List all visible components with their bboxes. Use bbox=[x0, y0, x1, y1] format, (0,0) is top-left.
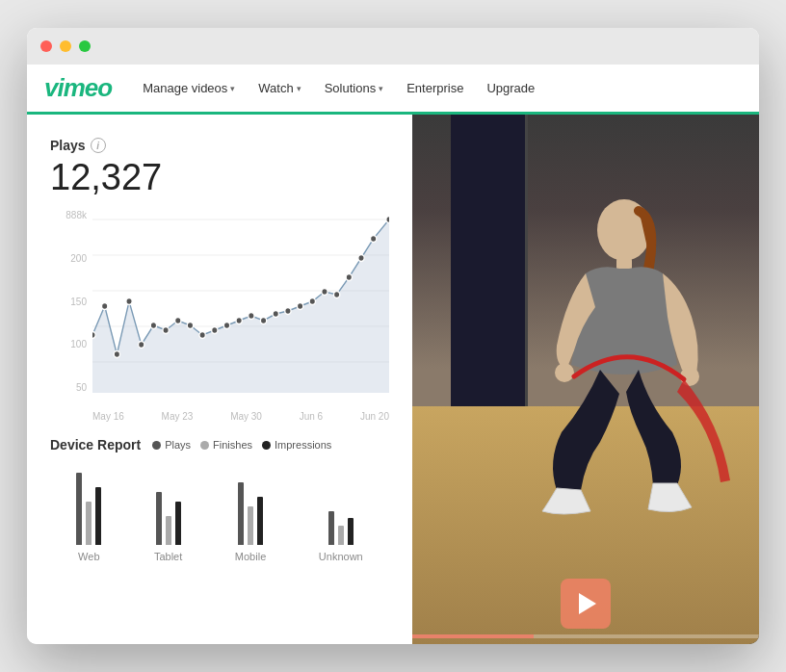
y-label-200: 200 bbox=[50, 253, 87, 264]
plays-count: 12,327 bbox=[50, 157, 389, 198]
legend-finishes: Finishes bbox=[200, 439, 252, 451]
chart-x-axis: May 16 May 23 May 30 Jun 6 Jun 20 bbox=[92, 397, 389, 422]
svg-point-19 bbox=[260, 318, 266, 324]
svg-point-9 bbox=[139, 342, 144, 349]
bar-group-tablet-bars bbox=[156, 468, 181, 545]
svg-point-11 bbox=[163, 327, 169, 334]
bar-group-unknown: Unknown bbox=[319, 468, 363, 562]
bar-tablet-impressions bbox=[175, 502, 181, 545]
x-label-jun6: Jun 6 bbox=[300, 411, 323, 422]
y-label-150: 150 bbox=[50, 297, 87, 307]
title-bar bbox=[27, 28, 759, 65]
device-report-section: Device Report Plays Finishes Impressi bbox=[50, 437, 389, 562]
line-chart bbox=[92, 210, 389, 393]
play-button[interactable] bbox=[561, 579, 611, 629]
maximize-button[interactable] bbox=[79, 40, 91, 52]
svg-point-17 bbox=[236, 318, 242, 324]
nav-watch[interactable]: Watch ▾ bbox=[258, 81, 301, 95]
svg-point-20 bbox=[273, 311, 278, 318]
svg-point-24 bbox=[322, 289, 328, 296]
nav-enterprise[interactable]: Enterprise bbox=[406, 81, 463, 95]
legend-finishes-label: Finishes bbox=[213, 439, 252, 451]
chevron-down-icon: ▾ bbox=[230, 84, 235, 93]
legend-items: Plays Finishes Impressions bbox=[152, 439, 331, 451]
bar-charts: Web Tablet bbox=[50, 466, 389, 562]
video-progress-bar[interactable] bbox=[412, 634, 759, 638]
svg-point-13 bbox=[187, 323, 193, 329]
chevron-down-icon: ▾ bbox=[297, 84, 301, 93]
svg-point-28 bbox=[371, 236, 377, 243]
svg-point-15 bbox=[212, 327, 218, 334]
x-label-jun20: Jun 20 bbox=[360, 411, 389, 422]
browser-window: vimeo Manage videos ▾ Watch ▾ Solutions … bbox=[27, 28, 759, 644]
legend-plays-label: Plays bbox=[165, 439, 191, 451]
bar-mobile-plays bbox=[238, 482, 244, 545]
y-label-50: 50 bbox=[50, 382, 87, 393]
svg-point-16 bbox=[223, 323, 229, 329]
bar-unknown-plays bbox=[328, 511, 334, 545]
legend-plays-dot bbox=[152, 441, 161, 450]
bar-tablet-plays bbox=[156, 492, 162, 545]
svg-point-14 bbox=[199, 332, 205, 339]
svg-point-27 bbox=[358, 255, 364, 262]
chart-area: 888k 200 150 100 50 bbox=[50, 210, 389, 422]
chevron-down-icon: ▾ bbox=[379, 84, 383, 93]
bar-mobile-finishes bbox=[248, 506, 253, 545]
minimize-button[interactable] bbox=[60, 40, 71, 52]
content-area: Plays i 12,327 888k 200 150 100 50 bbox=[27, 115, 759, 644]
svg-point-25 bbox=[333, 292, 339, 298]
x-label-may16: May 16 bbox=[92, 411, 124, 422]
svg-point-23 bbox=[309, 298, 315, 305]
video-progress-fill bbox=[412, 634, 534, 638]
analytics-panel: Plays i 12,327 888k 200 150 100 50 bbox=[27, 115, 412, 644]
svg-point-7 bbox=[114, 351, 119, 358]
bar-web-impressions bbox=[95, 487, 101, 545]
svg-point-21 bbox=[285, 308, 291, 315]
bar-label-mobile: Mobile bbox=[235, 551, 266, 562]
nav-upgrade[interactable]: Upgrade bbox=[486, 81, 535, 95]
legend-impressions-dot bbox=[262, 441, 271, 450]
bar-group-mobile-bars bbox=[238, 468, 263, 545]
play-icon bbox=[579, 593, 596, 614]
chart-y-axis: 888k 200 150 100 50 bbox=[50, 210, 87, 393]
bar-group-tablet: Tablet bbox=[154, 468, 182, 562]
person-figure bbox=[470, 143, 749, 529]
x-label-may30: May 30 bbox=[230, 411, 262, 422]
nav-bar: vimeo Manage videos ▾ Watch ▾ Solutions … bbox=[27, 65, 759, 115]
svg-point-5 bbox=[92, 332, 95, 339]
bar-group-mobile: Mobile bbox=[235, 468, 266, 562]
plays-label-text: Plays bbox=[50, 138, 86, 153]
svg-point-8 bbox=[126, 298, 132, 305]
bar-group-web-bars bbox=[76, 468, 101, 545]
bar-mobile-impressions bbox=[257, 497, 263, 545]
svg-point-10 bbox=[150, 323, 156, 329]
svg-point-18 bbox=[249, 313, 254, 320]
chart-svg-wrap bbox=[92, 210, 389, 393]
y-label-100: 100 bbox=[50, 339, 87, 349]
svg-point-32 bbox=[555, 363, 574, 382]
svg-point-6 bbox=[102, 303, 108, 310]
svg-point-29 bbox=[386, 217, 389, 223]
svg-point-26 bbox=[346, 274, 352, 281]
vimeo-logo[interactable]: vimeo bbox=[44, 73, 112, 103]
nav-solutions[interactable]: Solutions ▾ bbox=[325, 81, 383, 95]
bar-web-finishes bbox=[86, 502, 92, 545]
close-button[interactable] bbox=[40, 40, 52, 52]
device-report-header: Device Report Plays Finishes Impressi bbox=[50, 437, 389, 452]
device-report-title: Device Report bbox=[50, 437, 141, 452]
bar-web-plays bbox=[76, 473, 82, 545]
plays-label-row: Plays i bbox=[50, 138, 389, 153]
legend-impressions: Impressions bbox=[262, 439, 331, 451]
legend-plays: Plays bbox=[152, 439, 191, 451]
nav-manage-videos[interactable]: Manage videos ▾ bbox=[143, 81, 235, 95]
x-label-may23: May 23 bbox=[162, 411, 194, 422]
bar-group-unknown-bars bbox=[328, 468, 354, 545]
video-panel bbox=[412, 115, 759, 644]
bar-group-web: Web bbox=[76, 468, 101, 562]
legend-finishes-dot bbox=[200, 441, 209, 450]
bar-unknown-impressions bbox=[348, 518, 354, 545]
svg-point-12 bbox=[175, 318, 181, 324]
bar-tablet-finishes bbox=[166, 516, 171, 545]
info-icon[interactable]: i bbox=[91, 138, 106, 153]
legend-impressions-label: Impressions bbox=[275, 439, 331, 451]
